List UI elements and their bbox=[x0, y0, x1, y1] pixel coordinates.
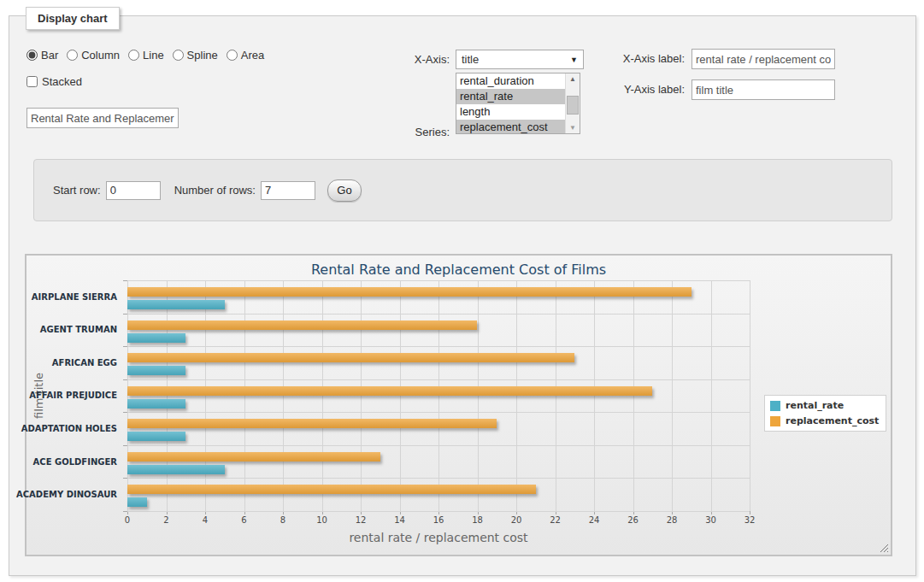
category-label: AFRICAN EGG bbox=[26, 346, 117, 379]
y-axis-label-input[interactable] bbox=[692, 79, 835, 100]
category-label: ADAPTATION HOLES bbox=[26, 412, 117, 445]
y-gridline bbox=[127, 412, 750, 413]
chart-title: Rental Rate and Replacement Cost of Film… bbox=[26, 262, 891, 278]
x-gridline bbox=[283, 280, 284, 511]
series-option-replacement_cost[interactable]: replacement_cost bbox=[456, 120, 566, 133]
scrollbar-down-icon[interactable]: ▼ bbox=[566, 122, 580, 133]
start-row-label: Start row: bbox=[53, 184, 101, 197]
bar-replacement_cost bbox=[127, 386, 652, 396]
bar-rental_rate bbox=[127, 333, 185, 343]
legend-label: replacement_cost bbox=[786, 415, 879, 426]
x-axis-select[interactable]: title ▼ bbox=[456, 50, 584, 69]
stacked-checkbox-row[interactable]: Stacked bbox=[26, 75, 82, 88]
chart-type-column[interactable]: Column bbox=[67, 49, 120, 62]
x-tick-label: 0 bbox=[125, 515, 130, 525]
x-tick-mark bbox=[750, 511, 750, 514]
x-gridline bbox=[322, 280, 323, 511]
x-gridline bbox=[556, 280, 556, 511]
chart-type-radio-line[interactable] bbox=[128, 50, 139, 61]
x-tick-label: 8 bbox=[280, 515, 285, 525]
x-axis-selected-value: title bbox=[462, 53, 479, 66]
y-tick-mark bbox=[123, 280, 127, 281]
x-tick-label: 26 bbox=[627, 515, 639, 525]
bar-replacement_cost bbox=[127, 419, 497, 428]
chart-type-label: Area bbox=[241, 49, 264, 62]
chart-type-radio-column[interactable] bbox=[67, 50, 78, 61]
chart-type-line[interactable]: Line bbox=[128, 49, 164, 62]
x-tick-label: 20 bbox=[511, 515, 522, 525]
series-scrollbar[interactable]: ▲ ▼ bbox=[565, 73, 580, 133]
x-gridline bbox=[244, 280, 245, 511]
chart-container: Rental Rate and Replacement Cost of Film… bbox=[25, 254, 892, 556]
series-option-length[interactable]: length bbox=[456, 104, 566, 120]
resize-grip-icon[interactable] bbox=[879, 543, 888, 552]
x-gridline bbox=[400, 280, 401, 511]
chart-type-radio-bar[interactable] bbox=[26, 50, 38, 61]
x-tick-label: 10 bbox=[316, 515, 327, 525]
category-label: AGENT TRUMAN bbox=[26, 314, 117, 347]
y-tick-mark bbox=[123, 511, 127, 512]
x-gridline bbox=[438, 280, 439, 511]
y-gridline bbox=[127, 314, 750, 315]
bar-rental_rate bbox=[127, 432, 185, 441]
series-option-rental_duration[interactable]: rental_duration bbox=[456, 73, 566, 89]
x-gridline bbox=[594, 280, 595, 511]
category-label: ACADEMY DINOSAUR bbox=[26, 478, 117, 511]
bar-replacement_cost bbox=[127, 287, 692, 297]
x-tick-label: 12 bbox=[356, 515, 367, 525]
chart-type-radio-spline[interactable] bbox=[173, 50, 184, 61]
bar-rental_rate bbox=[127, 366, 185, 375]
category-label: ACE GOLDFINGER bbox=[26, 445, 117, 479]
legend-swatch bbox=[770, 416, 780, 426]
series-multiselect[interactable]: rental_durationrental_ratelengthreplacem… bbox=[456, 73, 580, 134]
chart-type-radio-area[interactable] bbox=[227, 50, 238, 61]
x-gridline bbox=[127, 280, 128, 511]
y-gridline bbox=[127, 511, 750, 512]
scrollbar-thumb[interactable] bbox=[567, 96, 579, 115]
x-axis-label-input[interactable] bbox=[692, 49, 835, 69]
category-labels: AIRPLANE SIERRAAGENT TRUMANAFRICAN EGGAF… bbox=[26, 280, 122, 511]
series-select-label: Series: bbox=[360, 126, 450, 138]
x-tick-label: 30 bbox=[705, 515, 716, 525]
bar-rental_rate bbox=[127, 399, 185, 409]
number-of-rows-input[interactable] bbox=[261, 181, 315, 200]
x-gridline bbox=[205, 280, 206, 511]
x-axis-label-caption: X-Axis label: bbox=[608, 52, 685, 65]
x-gridline bbox=[516, 280, 517, 511]
plot-area bbox=[127, 280, 750, 512]
series-options: rental_durationrental_ratelengthreplacem… bbox=[456, 73, 566, 133]
y-tick-mark bbox=[123, 346, 127, 347]
chart-legend: rental_ratereplacement_cost bbox=[764, 395, 886, 432]
x-tick-label: 22 bbox=[550, 515, 561, 525]
x-gridline bbox=[167, 280, 168, 511]
series-option-rental_rate[interactable]: rental_rate bbox=[456, 89, 566, 104]
scrollbar-up-icon[interactable]: ▲ bbox=[566, 73, 580, 85]
chart-type-label: Spline bbox=[187, 49, 218, 62]
chart-type-area[interactable]: Area bbox=[227, 49, 264, 62]
bar-replacement_cost bbox=[127, 485, 536, 494]
chart-type-spline[interactable]: Spline bbox=[173, 49, 218, 62]
legend-swatch bbox=[770, 401, 780, 411]
bar-replacement_cost bbox=[127, 353, 574, 362]
chart-type-label: Column bbox=[81, 49, 120, 62]
x-gridline bbox=[361, 280, 362, 511]
start-row-input[interactable] bbox=[106, 181, 161, 200]
y-tick-mark bbox=[123, 314, 127, 315]
stacked-checkbox[interactable] bbox=[26, 76, 38, 87]
category-label: AIRPLANE SIERRA bbox=[26, 280, 117, 314]
chart-type-bar[interactable]: Bar bbox=[26, 49, 58, 62]
legend-item-replacement_cost[interactable]: replacement_cost bbox=[770, 415, 879, 426]
x-axis-select-label: X-Axis: bbox=[360, 53, 450, 66]
go-button[interactable]: Go bbox=[327, 179, 362, 202]
stacked-label: Stacked bbox=[42, 75, 82, 88]
bar-rental_rate bbox=[127, 300, 225, 309]
x-tick-label: 32 bbox=[744, 515, 756, 525]
y-tick-mark bbox=[123, 478, 127, 479]
y-gridline bbox=[127, 346, 750, 347]
legend-label: rental_rate bbox=[786, 400, 844, 411]
bar-rental_rate bbox=[127, 465, 225, 474]
legend-item-rental_rate[interactable]: rental_rate bbox=[770, 400, 879, 411]
chart-title-input[interactable] bbox=[26, 108, 179, 128]
y-gridline bbox=[127, 445, 750, 446]
x-gridline bbox=[750, 280, 750, 511]
